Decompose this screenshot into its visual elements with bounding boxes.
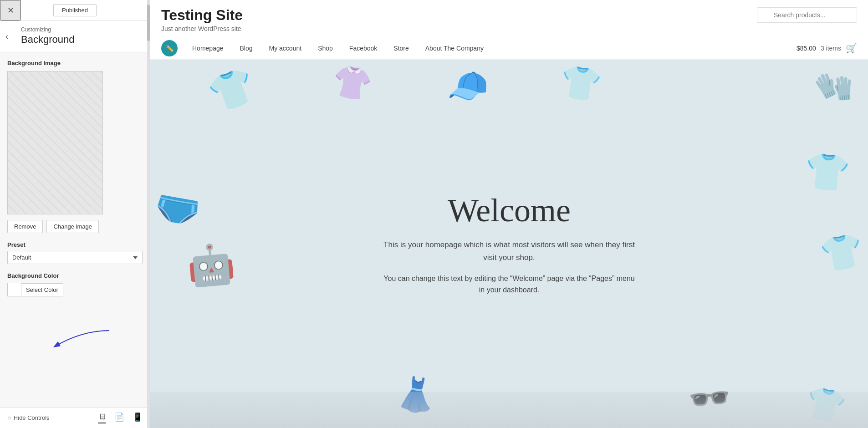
desktop-icon[interactable]: 🖥: [98, 412, 106, 423]
customizer-panel: ✕ Published ‹ Customizing Background Bac…: [0, 0, 150, 428]
nav-store[interactable]: Store: [385, 37, 417, 59]
decor-polo: 👕: [802, 149, 852, 195]
hero-sub2: You can change this text by editing the …: [382, 273, 637, 296]
cart-price: $85.00: [797, 45, 816, 52]
background-image-preview: [7, 71, 103, 214]
hero-text: Welcome This is your homepage which is w…: [382, 192, 637, 296]
edit-pencil-button[interactable]: ✏️: [161, 40, 178, 56]
back-arrow-icon[interactable]: ‹: [5, 32, 8, 41]
decor-shirt-3: 👕: [558, 61, 604, 106]
nav-links: Homepage Blog My account Shop Facebook S…: [184, 37, 797, 59]
decor-hat-1: 🧢: [444, 65, 490, 108]
decor-shirt-2: 👚: [330, 61, 375, 105]
decor-shorts: 🩲: [152, 183, 204, 234]
decor-robot: 🤖: [185, 240, 237, 290]
site-tagline: Just another WordPress site: [161, 25, 243, 32]
panel-topbar: ✕ Published: [0, 0, 150, 21]
color-picker-row: Select Color: [7, 283, 143, 296]
cart-icon[interactable]: 🛒: [846, 43, 857, 54]
section-title: Background: [21, 34, 143, 46]
published-button[interactable]: Published: [53, 4, 97, 16]
background-image-label: Background Image: [7, 60, 143, 66]
nav-shop[interactable]: Shop: [310, 37, 341, 59]
tablet-icon[interactable]: 📄: [114, 412, 124, 423]
circle-icon: ○: [7, 414, 11, 421]
cart-area: $85.00 3 items 🛒: [797, 43, 857, 54]
remove-image-button[interactable]: Remove: [7, 220, 43, 233]
site-header: Testing Site Just another WordPress site…: [150, 0, 868, 37]
preset-select[interactable]: Default Fill Fit Repeat Custom: [7, 251, 143, 264]
decor-shirt-1: 👕: [204, 62, 261, 118]
site-title: Testing Site: [161, 7, 243, 23]
scroll-thumb: [147, 5, 150, 41]
site-branding: Testing Site Just another WordPress site: [161, 7, 243, 32]
preview-panel: Testing Site Just another WordPress site…: [150, 0, 868, 428]
panel-header: ‹ Customizing Background: [0, 21, 150, 52]
customizing-label: Customizing: [21, 26, 143, 33]
scrollbar[interactable]: [147, 0, 150, 428]
color-swatch[interactable]: [7, 283, 21, 296]
hero-welcome: Welcome: [382, 192, 637, 229]
decor-ground: [150, 392, 868, 428]
site-hero: 👕 👚 🧢 👕 🧤 👕 👕 🩲 🤖 👗 🕶️ 👕 Welcome This is…: [150, 60, 868, 428]
change-image-button[interactable]: Change image: [46, 220, 99, 233]
nav-homepage[interactable]: Homepage: [184, 37, 232, 59]
preview-inner: Testing Site Just another WordPress site…: [150, 0, 868, 428]
hide-controls-button[interactable]: ○ Hide Controls: [7, 414, 50, 421]
search-wrapper: 🔍: [757, 7, 857, 23]
nav-blog[interactable]: Blog: [232, 37, 261, 59]
site-nav: ✏️ Homepage Blog My account Shop Faceboo…: [150, 37, 868, 60]
mobile-icon[interactable]: 📱: [133, 412, 143, 423]
panel-body: Background Image Remove Change image Pre…: [0, 52, 150, 407]
search-input[interactable]: [757, 7, 857, 23]
cart-count: 3 items: [821, 45, 841, 52]
select-color-button[interactable]: Select Color: [21, 283, 63, 296]
image-buttons: Remove Change image: [7, 220, 143, 233]
background-color-label: Background Color: [7, 272, 143, 279]
close-button[interactable]: ✕: [0, 0, 21, 20]
hero-sub1: This is your homepage which is what most…: [382, 239, 637, 263]
nav-my-account[interactable]: My account: [261, 37, 310, 59]
preset-label: Preset: [7, 241, 143, 248]
decor-shirt-4: 🧤: [812, 65, 858, 110]
hide-controls-label: Hide Controls: [14, 414, 50, 421]
nav-about[interactable]: About The Company: [417, 37, 492, 59]
panel-footer: ○ Hide Controls 🖥 📄 📱: [0, 407, 150, 428]
nav-facebook[interactable]: Facebook: [341, 37, 385, 59]
footer-icons: 🖥 📄 📱: [98, 412, 143, 423]
decor-shirt-5: 👕: [817, 229, 867, 276]
